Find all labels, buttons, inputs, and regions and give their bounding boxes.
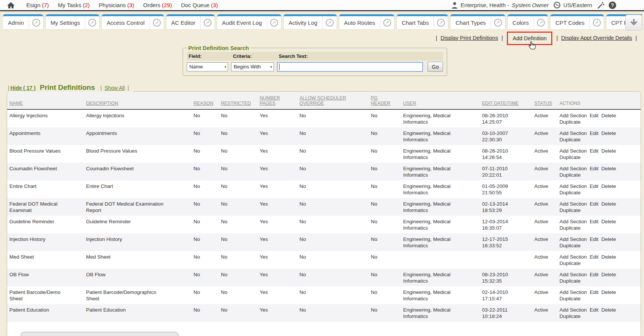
tab-cpt-codes[interactable]: CPT Codes↗ [550,14,603,29]
external-link-icon[interactable]: ↗ [204,19,212,27]
action-edit[interactable]: Edit [590,166,599,171]
criteria-select[interactable]: Begins With ▾ [231,62,274,71]
tab-my-settings[interactable]: My Settings↗ [46,14,99,29]
action-delete[interactable]: Delete [602,289,616,295]
action-duplicate[interactable]: Duplicate [559,207,581,213]
action-edit[interactable]: Edit [590,183,599,189]
action-edit[interactable]: Edit [590,307,599,313]
action-delete[interactable]: Delete [602,148,616,154]
column-header-restricted[interactable]: RESTRICTED [219,92,257,109]
action-add-section[interactable]: Add Section [559,201,587,207]
action-delete[interactable]: Delete [602,307,616,313]
action-delete[interactable]: Delete [602,272,616,277]
action-duplicate[interactable]: Duplicate [559,243,581,248]
action-duplicate[interactable]: Duplicate [559,260,581,266]
action-add-section[interactable]: Add Section [559,148,587,154]
action-delete[interactable]: Delete [602,166,616,171]
external-link-icon[interactable]: ↗ [153,19,161,27]
action-delete[interactable]: Delete [602,113,616,118]
action-add-section[interactable]: Add Section [559,183,587,189]
action-delete[interactable]: Delete [602,201,616,207]
field-select[interactable]: Name ▾ [187,62,228,71]
tab-auto-routes[interactable]: Auto Routes↗ [339,14,395,29]
hide-link[interactable]: Hide ( 17 ) [11,85,36,91]
horizontal-scrollbar-thumb[interactable] [21,332,178,336]
tab-audit-event-log[interactable]: Audit Event Log↗ [217,14,281,29]
go-button[interactable]: Go [428,62,443,72]
action-duplicate[interactable]: Duplicate [559,225,581,231]
nav-item-my-tasks[interactable]: My Tasks (2) [58,2,90,8]
external-link-icon[interactable]: ↗ [383,19,391,27]
timezone-label[interactable]: US/Eastern [563,2,592,8]
action-duplicate[interactable]: Duplicate [559,190,581,195]
action-duplicate[interactable]: Duplicate [559,119,581,125]
tab-access-control[interactable]: Access Control↗ [102,14,164,29]
column-header-edit-date-time[interactable]: EDIT DATE/TIME [480,92,532,109]
tab-colors[interactable]: Colors↗ [508,14,548,29]
action-edit[interactable]: Edit [590,219,599,224]
clock-icon[interactable] [553,2,561,9]
action-edit[interactable]: Edit [590,254,599,260]
action-add-section[interactable]: Add Section [559,236,587,242]
add-definition-highlight-box[interactable]: Add Definition [507,32,552,45]
show-all-link[interactable]: Show All [104,85,125,91]
action-duplicate[interactable]: Duplicate [559,313,581,319]
external-link-icon[interactable]: ↗ [593,19,601,27]
search-text-input[interactable] [277,62,423,72]
column-header-status[interactable]: STATUS [532,92,557,109]
action-add-section[interactable]: Add Section [559,219,587,224]
action-edit[interactable]: Edit [590,272,599,277]
tab-ac-editor[interactable]: AC Editor↗ [166,14,215,29]
nav-item-doc-queue[interactable]: Doc Queue (3) [181,2,218,8]
action-add-section[interactable]: Add Section [559,254,587,260]
action-edit[interactable]: Edit [590,236,599,242]
action-duplicate[interactable]: Duplicate [559,172,581,178]
wand-icon[interactable] [597,2,605,9]
tab-admin[interactable]: Admin↗ [3,14,43,29]
action-delete[interactable]: Delete [602,254,616,260]
action-edit[interactable]: Edit [590,201,599,207]
column-header-pg-header[interactable]: PG HEADER [369,92,401,109]
action-add-section[interactable]: Add Section [559,166,587,171]
action-delete[interactable]: Delete [602,183,616,189]
action-edit[interactable]: Edit [590,130,599,136]
action-delete[interactable]: Delete [602,236,616,242]
action-add-section[interactable]: Add Section [559,130,587,136]
action-duplicate[interactable]: Duplicate [559,296,581,301]
action-edit[interactable]: Edit [590,289,599,295]
external-link-icon[interactable]: ↗ [537,19,545,27]
action-add-section[interactable]: Add Section [559,113,587,118]
action-add-section[interactable]: Add Section [559,272,587,277]
external-link-icon[interactable]: ↗ [326,19,334,27]
display-print-definitions-link[interactable]: Display Print Definitions [441,35,498,41]
action-delete[interactable]: Delete [602,219,616,224]
tab-activity-log[interactable]: Activity Log↗ [284,14,337,29]
column-header-description[interactable]: DESCRIPTION [84,92,191,109]
external-link-icon[interactable]: ↗ [494,19,502,27]
action-add-section[interactable]: Add Section [559,307,587,313]
action-delete[interactable]: Delete [602,130,616,136]
nav-item-physicians[interactable]: Physicians (3) [99,2,134,8]
tab-overflow-button[interactable] [625,15,642,30]
home-button[interactable] [7,2,15,9]
column-header-reason[interactable]: REASON [191,92,219,109]
external-link-icon[interactable]: ↗ [437,19,445,27]
display-appt-override-link[interactable]: Display Appt Override Details [561,35,632,41]
column-header-number-pages[interactable]: NUMBER PAGES [257,92,297,109]
action-duplicate[interactable]: Duplicate [559,137,581,142]
nav-item-esign[interactable]: Esign (7) [26,2,49,8]
external-link-icon[interactable]: ↗ [32,19,40,27]
external-link-icon[interactable]: ↗ [270,19,278,27]
help-icon[interactable]: ? [609,2,616,9]
add-definition-link[interactable]: Add Definition [512,35,546,41]
action-duplicate[interactable]: Duplicate [559,278,581,284]
tab-chart-types[interactable]: Chart Types↗ [450,14,505,29]
column-header-user[interactable]: USER [401,92,480,109]
action-edit[interactable]: Edit [590,113,599,118]
tab-chart-tabs[interactable]: Chart Tabs↗ [397,14,448,29]
action-duplicate[interactable]: Duplicate [559,154,581,160]
nav-item-orders[interactable]: Orders (29) [143,2,172,8]
action-add-section[interactable]: Add Section [559,289,587,295]
column-header-allow-scheduler-override[interactable]: ALLOW SCHEDULER OVERRIDE [297,92,369,109]
column-header-name[interactable]: NAME [7,92,84,109]
